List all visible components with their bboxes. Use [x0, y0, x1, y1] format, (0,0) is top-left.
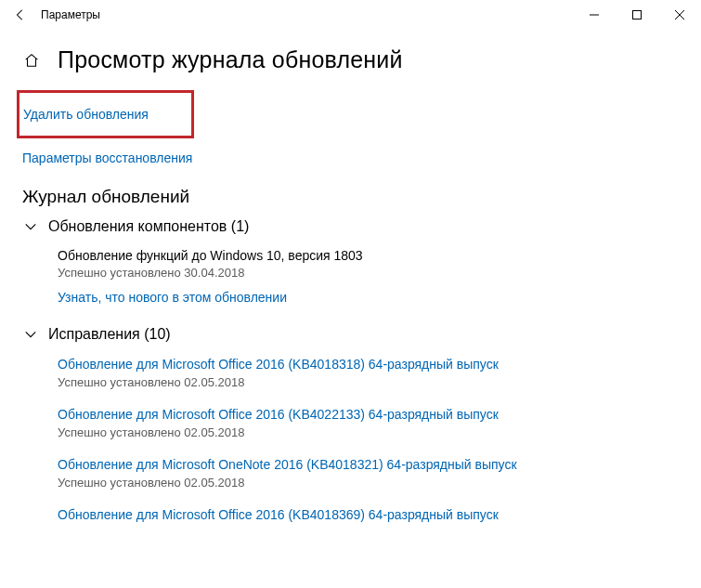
window-title: Параметры — [33, 8, 100, 21]
update-entry-title-link[interactable]: Обновление для Microsoft OneNote 2016 (K… — [58, 457, 517, 472]
history-heading: Журнал обновлений — [22, 187, 679, 207]
update-entry-status: Успешно установлено 02.05.2018 — [58, 425, 679, 439]
group-title: Исправления (10) — [48, 326, 171, 343]
learn-more-link[interactable]: Узнать, что нового в этом обновлении — [58, 290, 287, 305]
update-entry: Обновление для Microsoft Office 2016 (KB… — [58, 406, 679, 439]
update-entry: Обновление функций до Windows 10, версия… — [58, 248, 679, 306]
maximize-button[interactable] — [616, 0, 658, 30]
recovery-options-link[interactable]: Параметры восстановления — [22, 150, 192, 165]
update-entry: Обновление для Microsoft Office 2016 (KB… — [58, 356, 679, 389]
svg-rect-1 — [633, 11, 642, 20]
group-header-quality-updates[interactable]: Исправления (10) — [22, 322, 679, 346]
update-entry-status: Успешно установлено 02.05.2018 — [58, 375, 679, 389]
group-title: Обновления компонентов (1) — [48, 218, 249, 235]
update-group: Исправления (10) Обновление для Microsof… — [22, 322, 679, 523]
group-header-feature-updates[interactable]: Обновления компонентов (1) — [22, 215, 679, 239]
uninstall-updates-highlight: Удалить обновления — [17, 90, 194, 138]
update-entry-title-link[interactable]: Обновление для Microsoft Office 2016 (KB… — [58, 507, 499, 522]
update-entry-status: Успешно установлено 02.05.2018 — [58, 476, 679, 490]
update-entry-title-link[interactable]: Обновление для Microsoft Office 2016 (KB… — [58, 407, 499, 422]
update-entry: Обновление для Microsoft Office 2016 (KB… — [58, 506, 679, 523]
close-button[interactable] — [658, 0, 701, 30]
page-title: Просмотр журнала обновлений — [58, 46, 403, 73]
update-entry-status: Успешно установлено 30.04.2018 — [58, 266, 679, 280]
update-group: Обновления компонентов (1) Обновление фу… — [22, 215, 679, 306]
chevron-down-icon — [22, 220, 48, 233]
update-entry: Обновление для Microsoft OneNote 2016 (K… — [58, 456, 679, 490]
minimize-button[interactable] — [573, 0, 616, 30]
update-entry-title-link[interactable]: Обновление для Microsoft Office 2016 (KB… — [58, 357, 499, 372]
chevron-down-icon — [22, 328, 48, 341]
update-entry-title: Обновление функций до Windows 10, версия… — [58, 248, 679, 263]
back-button[interactable] — [7, 8, 33, 21]
uninstall-updates-link[interactable]: Удалить обновления — [23, 107, 149, 122]
home-icon[interactable] — [22, 51, 41, 70]
